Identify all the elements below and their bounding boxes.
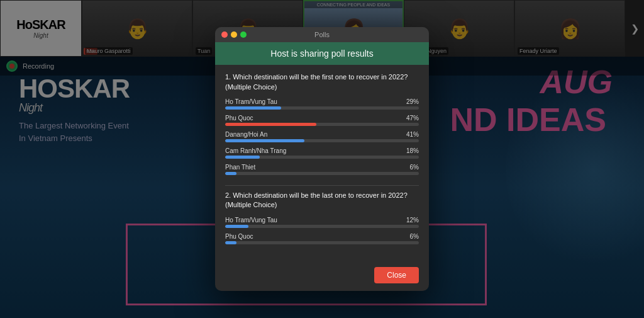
modal-title: Host is sharing poll results: [224, 48, 420, 59]
bar-fill-q1-5: [225, 172, 236, 175]
poll-option-q1-5: Phan Thiet 6%: [225, 164, 419, 175]
bar-fill-q2-2: [225, 241, 236, 244]
bar-fill-q1-3: [225, 139, 304, 142]
bar-fill-q1-1: [225, 106, 281, 110]
poll-option-q1-3: Danang/Hoi An 41%: [225, 131, 419, 142]
close-button[interactable]: Close: [374, 267, 419, 283]
modal-footer: Close: [215, 262, 429, 291]
bar-track-q2-2: [225, 241, 419, 244]
bar-track-q1-1: [225, 106, 419, 110]
poll-option-q2-2: Phu Quoc 6%: [225, 233, 419, 244]
bar-track-q1-5: [225, 172, 419, 175]
question-1-section: 1. Which destination will be the first o…: [225, 72, 419, 175]
polls-modal: Polls Host is sharing poll results 1. Wh…: [215, 27, 429, 291]
bar-fill-q2-1: [225, 225, 248, 228]
bar-track-q1-3: [225, 139, 419, 142]
tl-yellow[interactable]: [231, 31, 237, 38]
modal-body[interactable]: 1. Which destination will be the first o…: [215, 65, 429, 262]
poll-option-q1-4: Cam Ranh/Nha Trang 18%: [225, 147, 419, 159]
modal-overlay: Polls Host is sharing poll results 1. Wh…: [0, 0, 644, 318]
bar-track-q1-4: [225, 156, 419, 159]
tl-red[interactable]: [221, 31, 228, 38]
modal-chrome-header: Polls: [215, 27, 429, 42]
bar-fill-q1-2: [225, 123, 316, 126]
tl-green[interactable]: [240, 31, 247, 38]
modal-title-bar: Host is sharing poll results: [215, 42, 429, 65]
question-1-title: 1. Which destination will be the first o…: [225, 72, 419, 92]
poll-option-q2-1: Ho Tram/Vung Tau 12%: [225, 217, 419, 228]
bar-track-q1-2: [225, 123, 419, 126]
question-2-title: 2. Which destination will be the last on…: [225, 191, 419, 210]
modal-header-label: Polls: [314, 31, 330, 38]
poll-option-q1-1: Ho Tram/Vung Tau 29%: [225, 98, 419, 110]
section-divider: [225, 185, 419, 186]
traffic-lights: [221, 31, 247, 38]
question-2-section: 2. Which destination will be the last on…: [225, 191, 419, 244]
bar-track-q2-1: [225, 225, 419, 228]
bar-fill-q1-4: [225, 156, 260, 159]
poll-option-q1-2: Phu Quoc 47%: [225, 115, 419, 126]
